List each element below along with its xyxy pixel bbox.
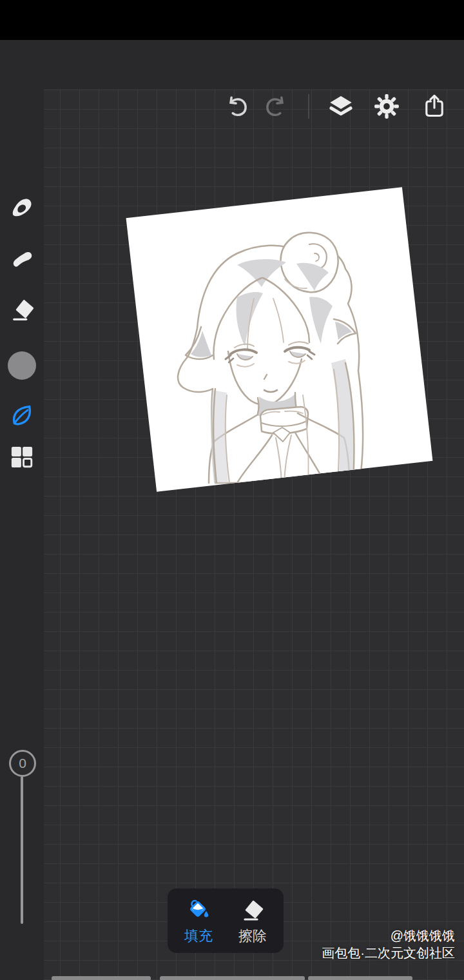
eraser-icon: [239, 898, 266, 926]
layout-grid-tool[interactable]: [8, 443, 36, 471]
top-toolbar: [0, 40, 464, 89]
bottom-bar-segment: [160, 976, 305, 980]
export-share-icon[interactable]: [421, 93, 447, 119]
undo-icon[interactable]: [223, 93, 249, 119]
size-slider-track[interactable]: [21, 776, 23, 924]
watermark-username: @饿饿饿饿: [391, 928, 455, 943]
app-screen: 0 填充 擦除: [0, 0, 464, 980]
watermark-community: 画包包·二次元文创社区: [322, 946, 455, 960]
slider-value: 0: [19, 756, 26, 771]
color-swatch[interactable]: [8, 351, 36, 380]
bottom-bar-segment: [52, 976, 151, 980]
status-bar: [0, 0, 464, 40]
paint-bucket-icon: [185, 898, 212, 926]
character-sketch: [126, 187, 433, 491]
settings-gear-icon[interactable]: [374, 93, 400, 119]
pen-tool[interactable]: [8, 194, 36, 222]
layers-icon[interactable]: [328, 93, 354, 119]
toolbar-divider: [308, 94, 309, 119]
drawing-canvas[interactable]: [126, 187, 433, 491]
smudge-tool[interactable]: [8, 244, 36, 273]
size-slider-knob[interactable]: 0: [9, 750, 36, 777]
watermark: @饿饿饿饿 画包包·二次元文创社区: [184, 928, 455, 960]
bottom-bar-segment: [308, 976, 412, 980]
eraser-tool[interactable]: [8, 297, 36, 325]
redo-icon[interactable]: [264, 93, 290, 119]
leaf-brush-tool[interactable]: [8, 402, 36, 430]
